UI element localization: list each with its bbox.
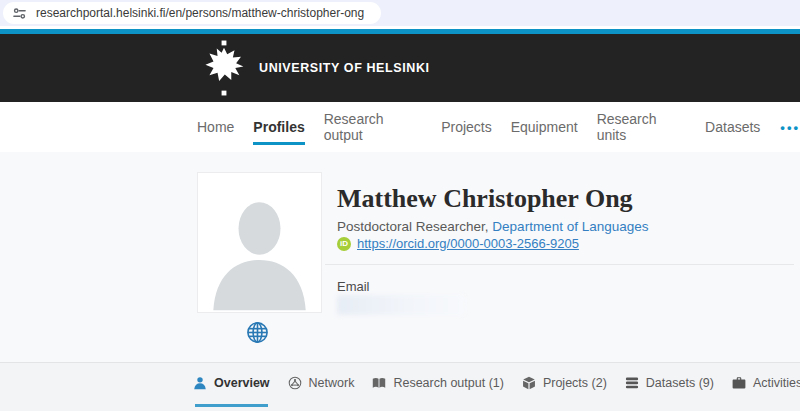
- globe-icon[interactable]: [246, 321, 269, 344]
- nav-item-equipment[interactable]: Equipment: [511, 102, 578, 152]
- tab-overview[interactable]: Overview: [193, 376, 270, 390]
- browser-toolbar: researchportal.helsinki.fi/en/persons/ma…: [0, 0, 800, 26]
- university-wordmark[interactable]: UNIVERSITY OF HELSINKI: [259, 61, 430, 75]
- person-icon: [193, 376, 207, 390]
- tab-projects[interactable]: Projects (2): [522, 376, 607, 390]
- nav-item-home[interactable]: Home: [197, 102, 234, 152]
- email-value-redacted: [337, 295, 465, 315]
- main-nav: Home Profiles Research output Projects E…: [0, 102, 800, 152]
- nav-item-research-units[interactable]: Research units: [597, 102, 686, 152]
- profile-hero: Matthew Christopher Ong Postdoctoral Res…: [0, 152, 800, 363]
- tab-datasets[interactable]: Datasets (9): [625, 376, 714, 390]
- cube-icon: [522, 376, 536, 390]
- orcid-row: iD https://orcid.org/0000-0003-2566-9205: [337, 236, 579, 251]
- person-role: Postdoctoral Researcher,: [337, 219, 489, 234]
- avatar-placeholder: [197, 172, 322, 313]
- tab-network[interactable]: Network: [288, 376, 355, 390]
- url-text[interactable]: researchportal.helsinki.fi/en/persons/ma…: [36, 6, 364, 20]
- database-icon: [625, 376, 639, 390]
- site-header: UNIVERSITY OF HELSINKI: [0, 34, 800, 102]
- nav-more-button[interactable]: •••: [780, 102, 800, 152]
- university-of-helsinki-logo-icon[interactable]: [203, 40, 245, 96]
- profile-tabs: Overview Network: [0, 363, 800, 411]
- nav-item-research-output[interactable]: Research output: [324, 102, 422, 152]
- orcid-link[interactable]: https://orcid.org/0000-0003-2566-9205: [357, 236, 579, 251]
- tab-label: Activities (3): [753, 376, 800, 390]
- affiliation-link[interactable]: Department of Languages: [492, 219, 648, 234]
- person-name: Matthew Christopher Ong: [337, 184, 633, 214]
- orcid-icon[interactable]: iD: [337, 237, 351, 251]
- tab-label: Overview: [214, 376, 270, 390]
- network-globe-icon: [288, 376, 302, 390]
- address-bar[interactable]: researchportal.helsinki.fi/en/persons/ma…: [3, 2, 381, 24]
- tab-label: Datasets (9): [646, 376, 714, 390]
- tab-research-output[interactable]: Research output (1): [372, 376, 503, 390]
- person-silhouette-icon: [207, 189, 312, 312]
- site-settings-icon[interactable]: [12, 6, 27, 21]
- briefcase-icon: [732, 376, 746, 390]
- research-portal-page: researchportal.helsinki.fi/en/persons/ma…: [0, 0, 800, 412]
- nav-item-datasets[interactable]: Datasets: [705, 102, 760, 152]
- nav-item-profiles[interactable]: Profiles: [253, 102, 304, 152]
- email-label: Email: [337, 279, 370, 294]
- nav-item-projects[interactable]: Projects: [441, 102, 492, 152]
- contact-divider: [325, 264, 794, 265]
- person-role-line: Postdoctoral Researcher, Department of L…: [337, 219, 648, 234]
- tab-label: Research output (1): [393, 376, 503, 390]
- tab-label: Network: [309, 376, 355, 390]
- open-book-icon: [372, 376, 386, 390]
- tab-label: Projects (2): [543, 376, 607, 390]
- tab-activities[interactable]: Activities (3): [732, 376, 800, 390]
